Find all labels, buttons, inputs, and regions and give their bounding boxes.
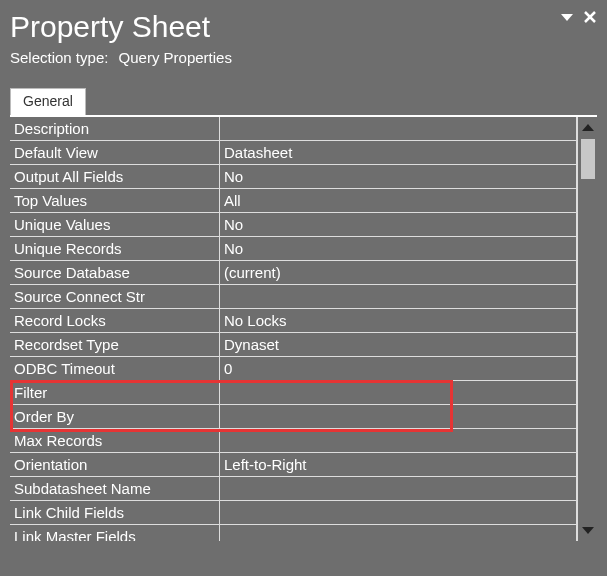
title-controls: [561, 10, 597, 24]
property-value[interactable]: No: [220, 165, 577, 189]
chevron-down-icon[interactable]: [579, 521, 597, 539]
property-value[interactable]: [220, 429, 577, 453]
property-name: Recordset Type: [10, 333, 220, 357]
property-row: Top ValuesAll: [10, 189, 577, 213]
scroll-track[interactable]: [578, 137, 597, 521]
page-title: Property Sheet: [10, 10, 210, 43]
property-value[interactable]: [220, 501, 577, 525]
selection-type: Selection type: Query Properties: [10, 49, 597, 66]
property-name: Output All Fields: [10, 165, 220, 189]
property-name: Filter: [10, 381, 220, 405]
property-row: Default ViewDatasheet: [10, 141, 577, 165]
property-name: Link Child Fields: [10, 501, 220, 525]
property-name: Order By: [10, 405, 220, 429]
property-row: Recordset TypeDynaset: [10, 333, 577, 357]
property-value[interactable]: 0: [220, 357, 577, 381]
property-value[interactable]: Dynaset: [220, 333, 577, 357]
property-row: Unique ValuesNo: [10, 213, 577, 237]
svg-marker-0: [561, 14, 573, 21]
property-row: Link Child Fields: [10, 501, 577, 525]
titlebar: Property Sheet: [10, 8, 597, 43]
property-row: OrientationLeft-to-Right: [10, 453, 577, 477]
property-value[interactable]: All: [220, 189, 577, 213]
property-name: Orientation: [10, 453, 220, 477]
property-row: Order By: [10, 405, 577, 429]
selection-type-value: Query Properties: [119, 49, 232, 66]
property-value[interactable]: Datasheet: [220, 141, 577, 165]
property-row: Link Master Fields: [10, 525, 577, 541]
property-row: Unique RecordsNo: [10, 237, 577, 261]
property-name: Record Locks: [10, 309, 220, 333]
property-name: ODBC Timeout: [10, 357, 220, 381]
svg-marker-4: [582, 527, 594, 534]
property-grid-wrap: DescriptionDefault ViewDatasheetOutput A…: [10, 115, 597, 541]
property-value[interactable]: Left-to-Right: [220, 453, 577, 477]
property-name: Source Connect Str: [10, 285, 220, 309]
property-sheet-panel: Property Sheet Selection type: Query Pro…: [0, 0, 607, 576]
property-name: Link Master Fields: [10, 525, 220, 541]
tab-strip: General: [10, 88, 597, 115]
property-name: Description: [10, 117, 220, 141]
property-row: Filter: [10, 381, 577, 405]
selection-type-label: Selection type:: [10, 49, 108, 66]
vertical-scrollbar[interactable]: [577, 117, 597, 541]
tab-general[interactable]: General: [10, 88, 86, 115]
property-value[interactable]: [220, 285, 577, 309]
property-row: Source Connect Str: [10, 285, 577, 309]
property-value[interactable]: [220, 381, 577, 405]
property-name: Unique Records: [10, 237, 220, 261]
property-value[interactable]: No Locks: [220, 309, 577, 333]
property-row: Max Records: [10, 429, 577, 453]
property-name: Max Records: [10, 429, 220, 453]
property-row: Subdatasheet Name: [10, 477, 577, 501]
dropdown-icon[interactable]: [561, 12, 573, 22]
scroll-thumb[interactable]: [581, 139, 595, 179]
property-grid: DescriptionDefault ViewDatasheetOutput A…: [10, 117, 577, 541]
property-row: Record LocksNo Locks: [10, 309, 577, 333]
property-name: Unique Values: [10, 213, 220, 237]
property-value[interactable]: (current): [220, 261, 577, 285]
chevron-up-icon[interactable]: [579, 119, 597, 137]
property-row: Output All FieldsNo: [10, 165, 577, 189]
property-value[interactable]: [220, 117, 577, 141]
property-name: Default View: [10, 141, 220, 165]
property-row: Source Database(current): [10, 261, 577, 285]
property-name: Source Database: [10, 261, 220, 285]
close-icon[interactable]: [583, 10, 597, 24]
property-name: Subdatasheet Name: [10, 477, 220, 501]
property-value[interactable]: [220, 477, 577, 501]
property-value[interactable]: [220, 525, 577, 541]
property-value[interactable]: [220, 405, 577, 429]
property-name: Top Values: [10, 189, 220, 213]
svg-marker-3: [582, 124, 594, 131]
property-row: ODBC Timeout0: [10, 357, 577, 381]
property-value[interactable]: No: [220, 237, 577, 261]
property-row: Description: [10, 117, 577, 141]
property-value[interactable]: No: [220, 213, 577, 237]
